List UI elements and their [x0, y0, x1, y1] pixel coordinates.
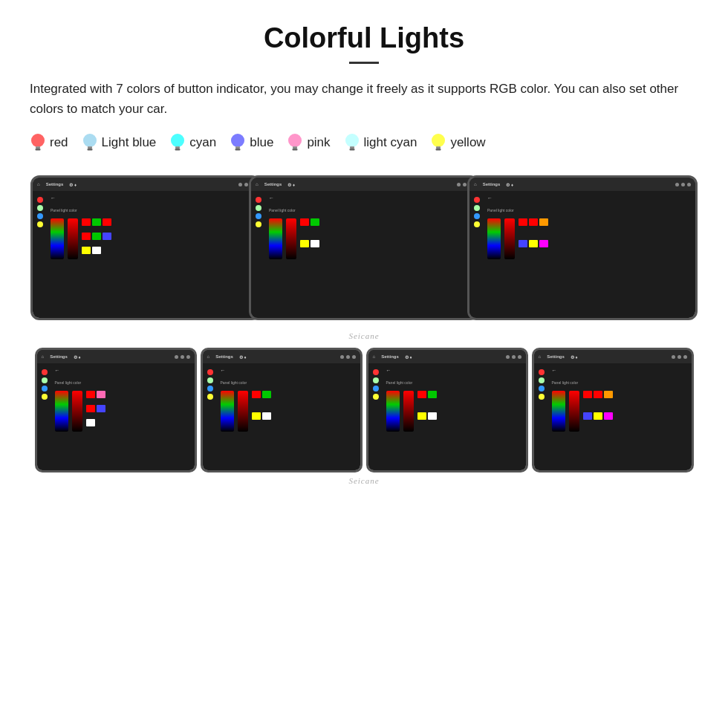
color-squares-grid: [86, 391, 105, 432]
gradient-bar-2: [72, 391, 82, 432]
color-square: [86, 419, 95, 426]
status-dot: [346, 355, 350, 359]
status-dot: [506, 355, 510, 359]
gradient-bar-2: [504, 218, 515, 259]
sidebar-dot: [256, 221, 261, 227]
sidebar-dot: [539, 369, 545, 375]
status-dot: [244, 183, 248, 186]
status-dot: [186, 355, 190, 359]
color-label: red: [50, 135, 68, 150]
title-divider: [349, 62, 379, 64]
back-arrow: ←: [269, 194, 472, 202]
color-square: [92, 233, 101, 240]
screen-inner: ⌂ Settings ⚙ ♦ ← Panel ligh: [534, 350, 692, 470]
gradient-bar-2: [403, 391, 414, 432]
home-icon: ⌂: [42, 354, 45, 359]
screen-content: ← Panel light color: [534, 363, 692, 470]
color-grid-area: [51, 218, 254, 259]
status-dot: [687, 183, 691, 186]
home-icon: ⌂: [207, 354, 210, 359]
gear-icon: ⚙ ♦: [239, 354, 247, 360]
color-square: [92, 247, 101, 254]
screen-inner: ⌂ Settings ⚙ ♦ ← Panel ligh: [469, 178, 695, 318]
home-icon: ⌂: [256, 182, 259, 186]
back-arrow: ←: [487, 194, 691, 202]
sidebar-dot: [207, 394, 213, 400]
color-item-pink: pink: [287, 132, 330, 153]
back-arrow: ←: [552, 366, 687, 374]
gear-icon: ⚙ ♦: [405, 354, 412, 360]
screen-sidebar: [37, 194, 46, 315]
screen-topbar: ⌂ Settings ⚙ ♦: [37, 350, 195, 363]
sidebar-dot: [37, 213, 43, 219]
page-title: Colorful Lights: [30, 22, 698, 54]
status-dot: [457, 183, 461, 186]
screen-content: ← Panel light color: [33, 191, 259, 318]
settings-label: Settings: [483, 182, 501, 186]
color-square: [82, 218, 91, 226]
status-dot: [672, 355, 675, 359]
gradient-bar-1: [51, 218, 64, 259]
screen-main: ← Panel light color: [552, 366, 687, 467]
screen-content: ← Panel light color: [469, 191, 695, 318]
color-square: [103, 233, 111, 240]
status-dot: [352, 355, 356, 359]
sidebar-dot: [37, 197, 43, 203]
status-icons: [175, 355, 190, 359]
status-icons: [672, 355, 687, 359]
svg-point-3: [31, 134, 45, 147]
bulb-icon: [430, 132, 446, 153]
screen-topbar: ⌂ Settings ⚙ ♦: [203, 350, 360, 363]
color-square: [604, 412, 613, 420]
color-square: [300, 218, 309, 226]
screen-topbar: ⌂ Settings ⚙ ♦: [534, 350, 692, 363]
color-squares-grid: [252, 391, 271, 432]
color-square: [594, 391, 602, 398]
gradient-bar-1: [269, 218, 282, 259]
color-square: [519, 240, 527, 247]
color-square: [594, 412, 602, 420]
color-squares-grid: [583, 391, 613, 432]
status-icons: [340, 355, 356, 359]
color-square: [82, 247, 91, 254]
color-square: [583, 391, 592, 398]
color-squares-grid: [300, 218, 319, 259]
bulb-icon: [82, 132, 98, 153]
screen-content: ← Panel light color: [368, 363, 526, 470]
panel-label: Panel light color: [51, 208, 254, 212]
screen-topbar: ⌂ Settings ⚙ ♦: [33, 178, 259, 191]
gear-icon: ⚙ ♦: [74, 354, 81, 360]
status-dot: [518, 355, 521, 359]
screen-topbar: ⌂ Settings ⚙ ♦: [469, 178, 695, 191]
sidebar-dot: [539, 386, 545, 392]
sidebar-dot: [256, 213, 261, 219]
screen-sidebar: [539, 366, 547, 467]
description-text: Integrated with 7 colors of button indic…: [30, 79, 698, 119]
svg-point-19: [288, 134, 302, 147]
color-label: blue: [250, 135, 273, 150]
sidebar-dot: [474, 221, 480, 227]
panel-label: Panel light color: [55, 380, 190, 385]
status-icons: [675, 183, 691, 186]
screen-mockup: ⌂ Settings ⚙ ♦ ← Panel ligh: [366, 348, 528, 472]
sidebar-dot: [256, 197, 261, 203]
color-label: yellow: [450, 135, 485, 150]
sidebar-dot: [373, 369, 379, 375]
svg-point-11: [171, 134, 184, 147]
sidebar-dot: [373, 386, 379, 392]
gradient-bar-1: [386, 391, 400, 432]
settings-label: Settings: [381, 354, 399, 359]
bulb-icon: [230, 132, 246, 153]
color-square: [428, 391, 437, 398]
color-square: [97, 391, 105, 398]
svg-rect-14: [235, 149, 241, 151]
home-icon: ⌂: [37, 182, 40, 186]
screen-mockup: ⌂ Settings ⚙ ♦ ← Panel ligh: [30, 175, 261, 320]
color-grid-area: [386, 391, 521, 432]
svg-rect-18: [293, 149, 298, 151]
sidebar-dot: [539, 394, 545, 400]
gradient-bar-1: [221, 391, 234, 432]
screen-main: ← Panel light color: [221, 366, 356, 467]
gear-icon: ⚙ ♦: [571, 354, 578, 360]
settings-label: Settings: [50, 354, 68, 359]
